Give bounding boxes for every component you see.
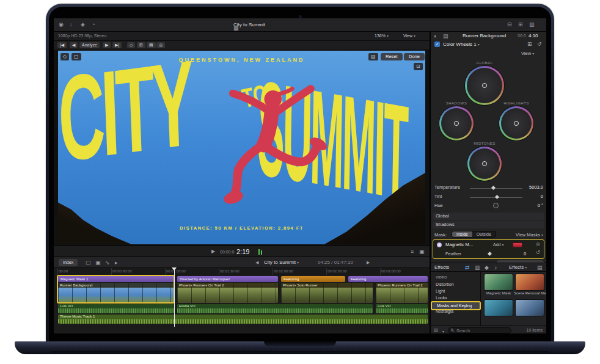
browser-toggle-icon[interactable]: ⊟ [507, 22, 512, 27]
midtones-color-wheel[interactable] [467, 147, 502, 181]
mask-thumbnail-icon [437, 242, 442, 247]
mask-visibility-icon[interactable]: ◎ [536, 242, 540, 247]
global-color-wheel[interactable] [465, 66, 504, 105]
hue-dial[interactable] [493, 203, 499, 208]
append-clip-icon[interactable]: ◆ [485, 265, 489, 271]
category-item[interactable]: Nostalgia [431, 308, 481, 315]
waveform-icon[interactable]: ∿ [105, 260, 110, 266]
chevron-down-icon: ▾ [541, 233, 543, 237]
view-menu[interactable]: View▾ [403, 34, 415, 38]
crop-tool-icon[interactable]: ⊞ [137, 42, 145, 48]
title-clip[interactable]: Directed by Antonio Marroquez [177, 276, 278, 282]
selected-mask-group[interactable]: Magnetic M... Add▾ ◎ Feather 0 ↺ [433, 239, 544, 259]
overlay-tool-icon[interactable]: ◎ [156, 42, 165, 48]
connect-clip-icon[interactable]: ⇄ [465, 265, 470, 271]
temperature-slider[interactable] [470, 188, 522, 189]
effects-search-input[interactable] [448, 327, 511, 333]
wheel-view-menu[interactable]: View▾ [521, 51, 534, 56]
thumbnail-size-icon[interactable]: ⊞ [434, 328, 438, 333]
play-button[interactable]: ▶ [103, 42, 111, 48]
done-button[interactable]: Done [404, 53, 425, 60]
effect-enable-checkbox[interactable]: ✓ [434, 42, 440, 47]
project-title-group[interactable]: ▦ City to Summit [200, 22, 298, 27]
play-icon[interactable]: ▶ [211, 249, 215, 254]
shadows-group-row[interactable]: Shadows [433, 221, 544, 228]
title-clip[interactable]: Featuring [348, 276, 428, 282]
clip-appearance-icon[interactable]: ▢ [86, 260, 91, 266]
effects-category-sidebar: VIDEO Distortion Light Looks Masks and K… [431, 272, 481, 326]
reset-effect-icon[interactable]: ↺ [537, 42, 542, 47]
shadows-color-wheel[interactable] [439, 106, 474, 140]
effect-thumbnail-scene-removal[interactable] [516, 274, 544, 290]
effect-thumbnail[interactable] [485, 300, 513, 316]
title-clip[interactable]: Featuring [281, 276, 345, 282]
global-group-row[interactable]: Global [433, 213, 544, 220]
video-inspector-icon[interactable]: ▤ [443, 34, 448, 39]
connected-clip-magnetic-mask[interactable]: Magnetic Mask 1 [58, 276, 174, 282]
zoom-menu[interactable]: 136%▾ [375, 34, 389, 38]
timeline-project-menu[interactable]: City to Summit▾ [264, 260, 299, 265]
preset-icon[interactable]: ⊞ [527, 42, 532, 47]
video-clip[interactable]: Phoenix Solo Runner [281, 283, 373, 303]
effect-thumbnail-magnetic-mask[interactable] [485, 274, 513, 290]
mask-inside-option[interactable]: Inside [452, 231, 472, 237]
feather-reset-icon[interactable]: ↺ [536, 250, 540, 255]
keywords-icon[interactable]: ◈ [81, 22, 85, 27]
transform-tool-icon[interactable]: ▤ [147, 42, 156, 48]
insert-clip-icon[interactable]: ▥ [475, 265, 480, 271]
reset-button[interactable]: Reset [381, 53, 403, 60]
video-clip[interactable]: Phoenix Runners On Trail 2 [376, 283, 428, 303]
mask-color-swatch[interactable] [513, 242, 522, 247]
media-import-icon[interactable]: ◉ [59, 22, 64, 27]
fullscreen-icon[interactable]: ▣ [419, 249, 425, 255]
music-clip[interactable]: Theme Music Track 1 [58, 315, 428, 324]
audio-clip[interactable]: Luis VO [376, 304, 428, 313]
highlights-color-wheel[interactable] [499, 106, 533, 140]
audio-clip[interactable]: Elisha VO [177, 304, 373, 313]
effect-thumbnail[interactable] [516, 300, 544, 316]
tint-thumb[interactable] [495, 195, 499, 199]
inspector-toggle-icon[interactable]: ▥ [529, 22, 535, 27]
timeline-ruler[interactable]: 00:00 00:00:30:00 00:01:00:00 00:01:30:0… [54, 268, 430, 275]
brush-tool-icon[interactable]: ▢ [71, 53, 81, 60]
category-item[interactable]: Looks [431, 294, 481, 301]
mask-inside-outside-segment[interactable]: Inside Outside [452, 231, 496, 238]
analyze-button[interactable]: Analyze [79, 42, 100, 48]
mask-shape-tool-icon[interactable]: ◇ [127, 42, 135, 48]
chevron-down-icon: ▾ [502, 242, 503, 247]
next-project-icon[interactable]: ▶ [367, 260, 370, 264]
playhead[interactable] [174, 268, 175, 327]
category-item[interactable]: Distortion [431, 281, 481, 288]
skip-end-button[interactable]: ▶| [112, 42, 122, 48]
draw-mask-tool-icon[interactable]: ◇ [60, 53, 69, 60]
audio-clip[interactable]: Luis VO [58, 304, 174, 313]
temperature-thumb[interactable] [491, 186, 496, 190]
prev-frame-button[interactable]: ◀ [70, 42, 78, 48]
view-masks-menu[interactable]: View Masks▾ [516, 232, 543, 238]
expand-icon[interactable]: ⊡ [414, 63, 423, 70]
timeline-toggle-icon[interactable]: ⊞ [518, 22, 523, 27]
snapshot-icon[interactable]: ▤ [368, 53, 378, 60]
effect-name-menu[interactable]: Color Wheels 1▾ [443, 42, 480, 47]
clip-filmstrip-icon[interactable]: ▣ [95, 260, 101, 266]
audio-meter-left [258, 249, 260, 255]
index-button[interactable]: Index [59, 259, 78, 266]
skip-start-button[interactable]: |◀ [57, 42, 67, 48]
audio-browser-icon[interactable]: ♪ [494, 265, 497, 271]
audio-meters-icon[interactable]: ≡ [411, 249, 414, 255]
tools-menu-icon[interactable]: ▸ [115, 260, 118, 266]
mask-add-menu[interactable]: Add▾ [493, 242, 503, 247]
video-clip[interactable]: Phoenix Runners On Trail 2 [177, 283, 278, 303]
category-item[interactable]: Light [431, 288, 481, 294]
prev-project-icon[interactable]: ◀ [255, 260, 258, 264]
mask-outside-option[interactable]: Outside [472, 231, 496, 237]
download-icon[interactable]: ↓ [70, 22, 73, 27]
effects-tab[interactable]: Effects▾ [509, 264, 527, 270]
video-canvas[interactable]: QUEENSTOWN, NEW ZEALAND CITY TO SUMMIT [58, 51, 425, 244]
feather-thumb[interactable] [488, 252, 492, 256]
color-inspector-icon[interactable]: ◐ [434, 34, 437, 39]
video-clip[interactable]: Runner Background [58, 283, 174, 303]
background-tasks-icon[interactable]: ◔ [92, 22, 95, 27]
media-browser-icon[interactable]: ▤ [537, 265, 543, 271]
feather-value: 0 [524, 251, 526, 257]
